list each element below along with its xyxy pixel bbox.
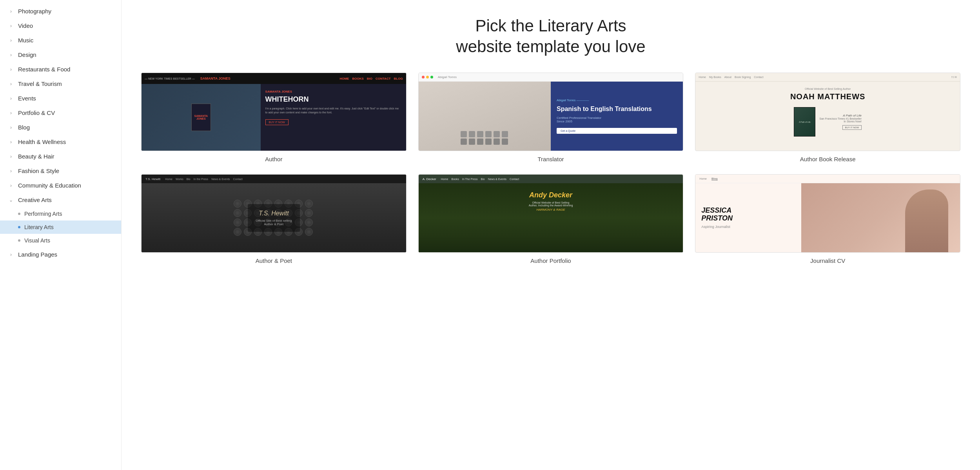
chevron-right-icon: › xyxy=(8,182,14,189)
template-name-portfolio: Author Portfolio xyxy=(530,257,571,264)
sidebar-item-label: Health & Wellness xyxy=(18,138,66,145)
subitem-performing-arts[interactable]: Performing Arts xyxy=(0,207,121,220)
sidebar-item-photography[interactable]: › Photography xyxy=(0,4,121,18)
template-preview-book-release: Home My Books About Book Signing Contact… xyxy=(695,73,960,151)
sidebar-item-restaurants-food[interactable]: › Restaurants & Food xyxy=(0,62,121,77)
sidebar-item-label: Community & Education xyxy=(18,182,81,189)
sidebar-item-landing-pages[interactable]: › Landing Pages xyxy=(0,247,121,262)
chevron-right-icon: › xyxy=(8,110,14,116)
subitem-label: Visual Arts xyxy=(24,237,50,244)
bullet-icon xyxy=(18,213,20,215)
sidebar-item-label: Design xyxy=(18,51,36,58)
template-name-journalist: Journalist CV xyxy=(810,257,845,264)
sidebar-item-label: Travel & Tourism xyxy=(18,80,62,87)
chevron-right-icon: › xyxy=(8,23,14,29)
sidebar-item-label: Photography xyxy=(18,8,51,15)
template-preview-journalist: Home Blog JESSICAPRISTON Aspiring Journa… xyxy=(695,174,960,253)
subitem-literary-arts[interactable]: Literary Arts xyxy=(0,220,121,234)
preview-navbar: — NEW YORK TIMES BESTSELLER — SAMANTA JO… xyxy=(142,73,406,84)
sidebar-item-blog[interactable]: › Blog xyxy=(0,120,121,135)
sidebar-item-label: Landing Pages xyxy=(18,251,57,258)
template-preview-author: — NEW YORK TIMES BESTSELLER — SAMANTA JO… xyxy=(141,73,407,151)
chevron-right-icon: › xyxy=(8,153,14,160)
chevron-right-icon: › xyxy=(8,66,14,73)
chevron-right-icon: › xyxy=(8,37,14,44)
sidebar-item-video[interactable]: › Video xyxy=(0,18,121,33)
sidebar-item-label: Portfolio & CV xyxy=(18,109,55,116)
template-preview-poet: T.S. Hewitt Home Works Bio In the Press … xyxy=(141,174,407,253)
template-name-author: Author xyxy=(265,156,282,162)
chevron-right-icon: › xyxy=(8,168,14,174)
template-grid: — NEW YORK TIMES BESTSELLER — SAMANTA JO… xyxy=(141,73,960,264)
sidebar-item-label: Events xyxy=(18,95,36,102)
sidebar-item-creative-arts[interactable]: ⌄ Creative Arts xyxy=(0,193,121,207)
template-name-translator: Translator xyxy=(538,156,564,162)
template-preview-translator: Abigail Torres xyxy=(418,73,684,151)
bullet-icon xyxy=(18,226,20,228)
sidebar: › Photography › Video › Music › Design ›… xyxy=(0,0,122,470)
sidebar-item-design[interactable]: › Design xyxy=(0,47,121,62)
template-preview-portfolio: A. Decker Home Books In The Press Bio Ne… xyxy=(418,174,684,253)
sidebar-item-label: Beauty & Hair xyxy=(18,153,54,160)
chevron-right-icon: › xyxy=(8,139,14,145)
sidebar-item-health-wellness[interactable]: › Health & Wellness xyxy=(0,135,121,149)
sidebar-item-portfolio-cv[interactable]: › Portfolio & CV xyxy=(0,106,121,120)
chevron-right-icon: › xyxy=(8,124,14,131)
page-title: Pick the Literary Arts website template … xyxy=(141,16,960,57)
template-name-poet: Author & Poet xyxy=(256,257,292,264)
sidebar-item-label: Fashion & Style xyxy=(18,168,59,174)
chevron-right-icon: › xyxy=(8,251,14,258)
template-card-author-portfolio[interactable]: A. Decker Home Books In The Press Bio Ne… xyxy=(418,174,684,264)
sidebar-item-label: Creative Arts xyxy=(18,197,52,203)
chevron-right-icon: › xyxy=(8,81,14,87)
template-card-translator[interactable]: Abigail Torres xyxy=(418,73,684,162)
chevron-right-icon: › xyxy=(8,52,14,58)
sidebar-item-community-education[interactable]: › Community & Education xyxy=(0,178,121,193)
subitem-label: Literary Arts xyxy=(24,224,54,230)
template-card-author-book-release[interactable]: Home My Books About Book Signing Contact… xyxy=(695,73,960,162)
chevron-right-icon: › xyxy=(8,95,14,102)
template-card-author[interactable]: — NEW YORK TIMES BESTSELLER — SAMANTA JO… xyxy=(141,73,407,162)
sidebar-item-fashion-style[interactable]: › Fashion & Style xyxy=(0,164,121,178)
template-name-book-release: Author Book Release xyxy=(800,156,856,162)
sidebar-item-travel-tourism[interactable]: › Travel & Tourism xyxy=(0,77,121,91)
sidebar-item-label: Video xyxy=(18,22,33,29)
sidebar-item-music[interactable]: › Music xyxy=(0,33,121,47)
chevron-down-icon: ⌄ xyxy=(8,197,14,203)
sidebar-item-label: Restaurants & Food xyxy=(18,66,70,73)
sidebar-item-label: Blog xyxy=(18,124,30,131)
template-card-author-poet[interactable]: T.S. Hewitt Home Works Bio In the Press … xyxy=(141,174,407,264)
template-card-journalist-cv[interactable]: Home Blog JESSICAPRISTON Aspiring Journa… xyxy=(695,174,960,264)
subitem-label: Performing Arts xyxy=(24,211,62,217)
sidebar-item-events[interactable]: › Events xyxy=(0,91,121,106)
chevron-right-icon: › xyxy=(8,8,14,15)
sidebar-item-beauty-hair[interactable]: › Beauty & Hair xyxy=(0,149,121,164)
sidebar-item-label: Music xyxy=(18,37,33,44)
subitem-visual-arts[interactable]: Visual Arts xyxy=(0,234,121,247)
main-content: Pick the Literary Arts website template … xyxy=(122,0,980,470)
creative-arts-subitems: Performing Arts Literary Arts Visual Art… xyxy=(0,207,121,247)
bullet-icon xyxy=(18,239,20,242)
